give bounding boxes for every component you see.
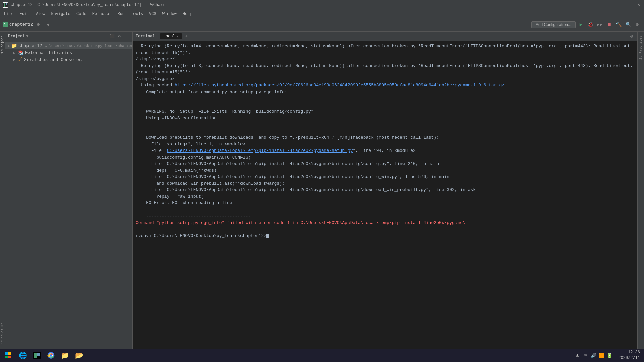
svg-rect-2 [6,3,7,5]
terminal-settings-icon[interactable]: ⚙ [629,33,635,39]
clock-date: 2020/2/11 [618,355,640,361]
start-button[interactable] [1,349,15,361]
taskbar-pycharm-button[interactable] [30,349,44,361]
dropdown-arrow-icon[interactable]: ▼ [26,34,28,38]
menu-run[interactable]: Run [115,11,127,17]
terminal-line-25: ---------------------------------------- [136,213,635,220]
terminal-line-1: Retrying (Retry(total=4, connect=None, r… [136,43,635,56]
terminal-label: Terminal: [136,34,157,39]
terminal-line-9: WARNING, No "Setup" File Exists, Running… [136,108,635,115]
tray-network-icon[interactable]: 📶 [598,352,605,359]
expand-arrow-icon: ▶ [8,44,10,48]
sidebar-header: Project ▼ ⬛ ⚙ — [5,32,132,41]
tree-item-external-label: External Libraries [25,50,72,55]
terminal-tab-label: Local [163,34,175,39]
favorites-label[interactable]: 2: Favorites [638,34,643,61]
terminal-line-19: File "C:\Users\LENOVO\AppData\Local\Temp… [136,174,635,180]
expand-arrow-icon3: ▶ [13,58,17,62]
terminal-tab-close-icon[interactable]: ✕ [177,34,179,38]
terminal-line-24 [136,206,635,213]
minimize-button[interactable]: — [623,2,628,8]
setup-py-link[interactable]: C:\Users\LENOVO\AppData\Local\Temp\pip-i… [167,148,353,153]
settings-gear-button[interactable]: ⚙ [633,21,641,29]
taskbar-folder-button[interactable]: 📂 [72,349,86,361]
tray-keyboard-icon[interactable]: ⌨ [582,352,589,359]
project-label[interactable]: 1:Project [0,34,5,55]
toolbar-collapse-icon[interactable]: ◀ [44,21,52,29]
taskbar-ie-button[interactable]: 🌐 [16,349,30,361]
terminal-line-4: /simple/pygame/ [136,76,635,82]
structure-label[interactable]: Z:Structure [0,321,5,346]
close-button[interactable]: ✕ [636,2,641,8]
terminal-prompt-line[interactable]: (venv) C:\Users\LENOVO\Desktop\py_learn\… [136,233,635,239]
menu-code[interactable]: Code [74,11,89,17]
sidebar-header-actions: ⬛ ⚙ — [109,33,130,39]
terminal-line-23: EOFError: EOF when reading a line [136,200,635,206]
terminal-line-12 [136,128,635,135]
menu-help[interactable]: Help [180,11,195,17]
sidebar-tree: ▶ 📁 chapter12 C:\Users\LENOVO\Desktop\py… [5,41,132,349]
terminal-line-20: and download_win_prebuilt.ask(**download… [136,180,635,187]
terminal-line-14: File "<string>", line 1, in <module> [136,141,635,148]
menu-tools[interactable]: Tools [128,11,146,17]
run-with-coverage-button[interactable]: ▶▶ [596,21,604,29]
pycharm-icon [33,352,41,359]
build-button[interactable]: 🔨 [614,21,623,29]
terminal-output[interactable]: Retrying (Retry(total=4, connect=None, r… [133,41,637,349]
run-button[interactable]: ▶ [577,21,585,29]
menu-refactor[interactable]: Refactor [90,11,114,17]
terminal-tab-local[interactable]: Local ✕ [160,33,182,39]
editor-area: Terminal: Local ✕ + ⚙ Retrying (Retry(to… [133,32,637,349]
menu-edit[interactable]: Edit [17,11,32,17]
terminal-error-line: Command "python setup.py egg_info" faile… [136,220,635,226]
terminal-line-15: File "C:\Users\LENOVO\AppData\Local\Temp… [136,147,635,154]
svg-rect-6 [8,352,11,355]
svg-rect-10 [34,353,37,358]
add-terminal-button[interactable]: + [183,33,190,39]
hide-sidebar-icon[interactable]: — [124,33,130,39]
app-logo [3,2,8,8]
pygame-download-link[interactable]: https://files.pythonhosted.org/packages/… [175,83,504,88]
svg-rect-5 [5,352,8,355]
tree-item-scratches[interactable]: ▶ 🖊 Scratches and Consoles [5,56,132,63]
taskbar-explorer-button[interactable]: 📁 [58,349,72,361]
terminal-line-6: Complete output from command python setu… [136,89,635,96]
menu-navigate[interactable]: Navigate [48,11,73,17]
clock-time: 12:36 [618,350,640,355]
debug-button[interactable]: 🐞 [586,21,594,29]
menu-vcs[interactable]: VCS [146,11,159,17]
terminal-line-2: /simple/pygame/ [136,56,635,63]
tree-item-chapter12[interactable]: ▶ 📁 chapter12 C:\Users\LENOVO\Desktop\py… [5,42,132,49]
settings-icon[interactable]: ⚙ [116,33,122,39]
tray-battery-icon[interactable]: 🔋 [606,352,613,359]
terminal-line-16: buildconfig.config.main(AUTO_CONFIG) [136,154,635,161]
tray-volume-icon[interactable]: 🔊 [590,352,597,359]
folder-icon-taskbar: 📂 [75,351,84,360]
svg-text:P: P [3,23,5,27]
collapse-all-icon[interactable]: ⬛ [109,33,115,39]
sidebar: Project ▼ ⬛ ⚙ — ▶ 📁 chapter12 C:\Users\L… [5,32,133,349]
terminal-line-18: deps = CFG.main(**kwds) [136,167,635,174]
menu-window[interactable]: Window [160,11,179,17]
svg-rect-7 [5,356,8,358]
menu-file[interactable]: File [1,11,16,17]
tray-arrow-icon[interactable]: ▲ [574,352,581,359]
tree-item-external-libraries[interactable]: ▶ 📚 External Libraries [5,49,132,56]
maximize-button[interactable]: □ [629,2,635,8]
library-icon: 📚 [18,50,24,56]
titlebar: chapter12 [C:\Users\LENOVO\Desktop\py_le… [0,0,644,10]
tree-item-path: C:\Users\LENOVO\Desktop\py_learn\chapter… [45,44,132,48]
add-configuration-button[interactable]: Add Configuration... [531,21,576,28]
terminal-line-10: Using WINDOWS configuration... [136,115,635,122]
search-everywhere-button[interactable]: 🔍 [624,21,632,29]
system-clock[interactable]: 12:36 2020/2/11 [615,350,643,361]
left-panel-labels: 1:Project Z:Structure [0,32,5,349]
menu-view[interactable]: View [33,11,48,17]
titlebar-left: chapter12 [C:\Users\LENOVO\Desktop\py_le… [3,2,165,8]
folder-icon: 📁 [11,43,17,49]
toolbar-settings-icon[interactable]: ⚙ [34,21,42,29]
taskbar-chrome-button[interactable] [44,349,58,361]
stop-button[interactable]: ⏹ [605,21,613,29]
svg-rect-11 [37,353,40,356]
system-tray: ▲ ⌨ 🔊 📶 🔋 [571,352,615,359]
